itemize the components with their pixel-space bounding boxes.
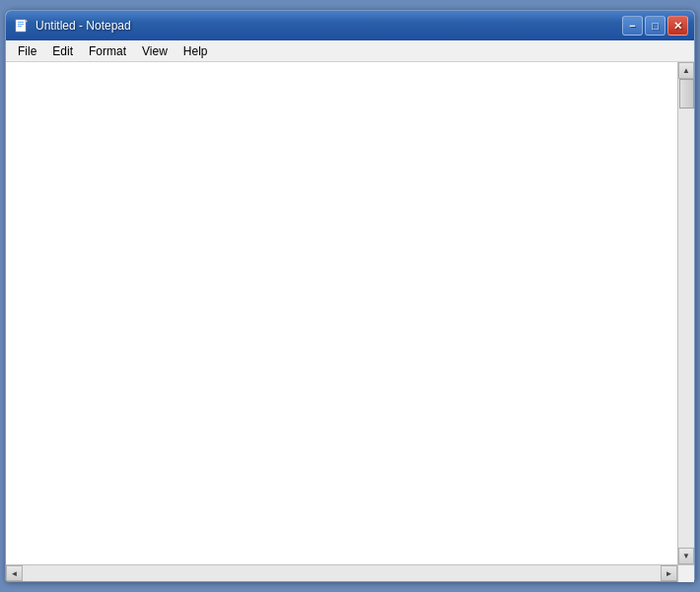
scrollbar-corner [677,565,694,582]
content-area: ▲ ▼ [6,62,694,564]
svg-rect-1 [18,22,24,23]
window-controls: − □ ✕ [622,16,688,36]
svg-rect-2 [18,24,24,25]
horizontal-scrollbar-container: ◄ ► [6,564,694,581]
menu-bar: File Edit Format View Help [6,40,694,62]
menu-help[interactable]: Help [175,42,216,60]
close-button[interactable]: ✕ [667,16,688,36]
vertical-scrollbar: ▲ ▼ [677,62,694,564]
scroll-thumb-vertical[interactable] [679,79,694,109]
svg-marker-4 [26,20,28,22]
notepad-window: Untitled - Notepad − □ ✕ File Edit Forma… [5,10,695,582]
scroll-left-button[interactable]: ◄ [6,565,23,581]
menu-view[interactable]: View [134,42,175,60]
maximize-button[interactable]: □ [645,16,665,36]
svg-rect-3 [18,26,22,27]
menu-edit[interactable]: Edit [44,42,81,60]
scroll-right-button[interactable]: ► [661,565,677,581]
menu-format[interactable]: Format [81,42,134,60]
title-bar: Untitled - Notepad − □ ✕ [6,11,694,40]
app-icon [14,18,30,34]
menu-file[interactable]: File [10,42,44,60]
scroll-up-button[interactable]: ▲ [678,62,694,79]
scroll-track-horizontal[interactable] [23,565,661,581]
scroll-down-button[interactable]: ▼ [678,548,694,564]
title-bar-left: Untitled - Notepad [14,18,131,34]
text-editor[interactable] [6,62,677,564]
minimize-button[interactable]: − [622,16,643,36]
scroll-track-vertical[interactable] [678,79,694,548]
window-title: Untitled - Notepad [35,19,131,33]
